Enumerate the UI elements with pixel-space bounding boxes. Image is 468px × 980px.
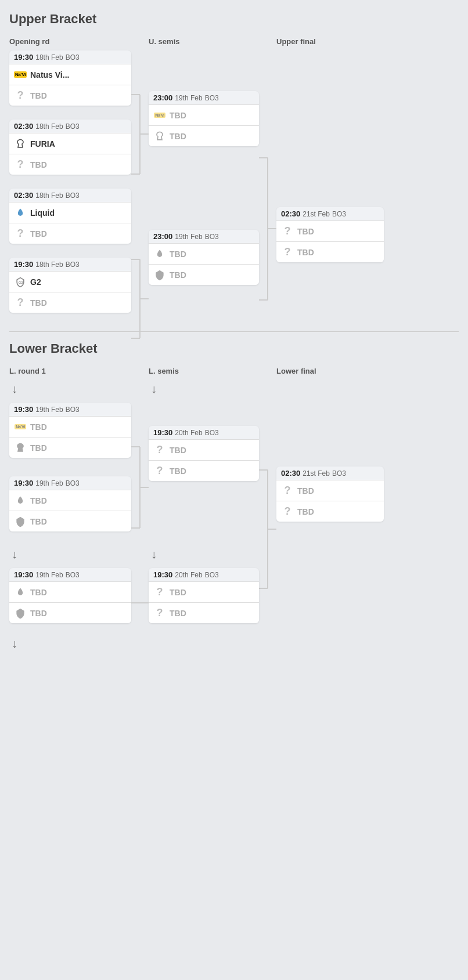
team-row-g2: G2 G2	[9, 271, 131, 292]
col-lower-final: 02:30 21st Feb BO3 ? TBD ? TBD	[276, 467, 384, 522]
ls2-header: 19:30 20th Feb BO3	[149, 568, 259, 581]
semi-date-1: 19th Feb	[175, 94, 202, 102]
tbd-logo-1: ?	[14, 89, 27, 102]
lower-r1-match-2: 19:30 19th Feb BO3 TBD	[9, 476, 131, 531]
final-team1-row: ? TBD	[276, 220, 384, 241]
final-team1-name: TBD	[297, 227, 314, 236]
tbd-name-3: TBD	[30, 229, 47, 238]
ls1-time: 19:30	[153, 428, 172, 437]
ls2-team2-name: TBD	[170, 609, 186, 618]
furia-team-name: FURIA	[30, 139, 55, 149]
header-l-semis: L. semis	[149, 367, 259, 375]
lf-team1-logo: ?	[281, 484, 294, 497]
match-date-4: 18th Feb	[35, 261, 63, 269]
match-time-2: 02:30	[14, 122, 33, 131]
upper-opening-match-2: 02:30 18th Feb BO3 FURIA ?	[9, 120, 131, 175]
liquid-team-name: Liquid	[30, 208, 55, 218]
semi-time-2: 23:00	[153, 232, 172, 241]
lr1-format-3: BO3	[66, 571, 80, 579]
final-team2-row: ? TBD	[276, 241, 384, 262]
lower-final-match: 02:30 21st Feb BO3 ? TBD ? TBD	[276, 467, 384, 522]
lower-connectors-svg-3	[131, 568, 149, 684]
lr1-team2-logo-2	[14, 515, 27, 528]
lr1-header-3: 19:30 19th Feb BO3	[9, 568, 131, 581]
lr1-date-2: 19th Feb	[35, 479, 63, 487]
semi1-team2-row: TBD	[149, 125, 259, 146]
semi1-team1-row: Na`Vi TBD	[149, 104, 259, 125]
arrow-down-l2: ↓	[149, 380, 259, 398]
lower-bracket-title: Lower Bracket	[9, 341, 459, 356]
match-time-4: 19:30	[14, 260, 33, 269]
ls1-team1-name: TBD	[170, 446, 186, 455]
final-date: 21st Feb	[303, 210, 330, 218]
ls1-team1-logo: ?	[153, 444, 166, 457]
lower-r1-match-1: 19:30 19th Feb BO3 Na`Vi TBD	[9, 403, 131, 458]
lf-team1-name: TBD	[297, 486, 314, 496]
lr1-header-1: 19:30 19th Feb BO3	[9, 403, 131, 416]
match-header-3: 02:30 18th Feb BO3	[9, 189, 131, 202]
lf-team2-logo: ?	[281, 505, 294, 518]
upper-semi-match-2: 23:00 19th Feb BO3 TBD	[149, 230, 259, 285]
lr1-format-2: BO3	[66, 479, 80, 487]
team-row-tbd-1: ? TBD	[9, 85, 131, 106]
semi1-team1-logo: Na`Vi	[153, 109, 166, 122]
lr1-team1-name-3: TBD	[30, 588, 47, 597]
match-format-1: BO3	[66, 53, 80, 62]
ls2-team2-row: ? TBD	[149, 602, 259, 623]
col-u-semis: 23:00 19th Feb BO3 Na`Vi TBD	[149, 91, 259, 285]
lower-semi-match-2: 19:30 20th Feb BO3 ? TBD ? TBD	[149, 568, 259, 623]
match-header-1: 19:30 18th Feb BO3	[9, 50, 131, 64]
semi2-team2-logo	[153, 269, 166, 281]
ls2-date: 20th Feb	[175, 571, 202, 579]
final-format: BO3	[332, 210, 346, 218]
navi-logo-text: Na`Vi	[14, 71, 27, 78]
ls2-team1-logo: ?	[153, 586, 166, 599]
lower-bracket-headers: L. round 1 L. semis Lower final	[9, 367, 459, 375]
match-date-1: 18th Feb	[35, 53, 63, 62]
semi-format-1: BO3	[205, 94, 219, 102]
semi1-team2-name: TBD	[170, 132, 186, 141]
ls1-team2-logo: ?	[153, 465, 166, 478]
semi2-team1-row: TBD	[149, 243, 259, 264]
lr1-team2-row-3: TBD	[9, 602, 131, 623]
lr1-format-1: BO3	[66, 406, 80, 414]
lr1-team2-row-1: TBD	[9, 437, 131, 458]
semi-date-2: 19th Feb	[175, 233, 202, 241]
lr1-team1-name-1: TBD	[30, 422, 47, 432]
lr1-team1-row-2: TBD	[9, 490, 131, 511]
ls1-team1-row: ? TBD	[149, 439, 259, 460]
lower-gap-1	[9, 458, 131, 476]
team-row-tbd-2: ? TBD	[9, 154, 131, 175]
tbd-logo-3: ?	[14, 227, 27, 240]
ls2-team1-name: TBD	[170, 588, 186, 597]
upper-bracket-headers: Opening rd U. semis Upper final	[9, 37, 459, 46]
lf-date: 21st Feb	[303, 469, 330, 478]
lf-team2-row: ? TBD	[276, 501, 384, 522]
match-header-4: 19:30 18th Feb BO3	[9, 258, 131, 271]
final-time: 02:30	[281, 209, 300, 218]
upper-opening-match-3: 02:30 18th Feb BO3 Liquid ?	[9, 189, 131, 244]
col-l-semis: 19:30 20th Feb BO3 ? TBD ? TBD	[149, 426, 259, 481]
lr1-header-2: 19:30 19th Feb BO3	[9, 476, 131, 490]
semi-format-2: BO3	[205, 233, 219, 241]
ls1-date: 20th Feb	[175, 429, 202, 437]
ls2-team2-logo: ?	[153, 607, 166, 620]
navi-logo-icon: Na`Vi	[14, 68, 27, 81]
match-date-3: 18th Feb	[35, 191, 63, 200]
lr1-time-3: 19:30	[14, 570, 33, 579]
final-team2-logo: ?	[281, 246, 294, 259]
lr1-team1-name-2: TBD	[30, 496, 47, 505]
team-row-tbd-4: ? TBD	[9, 292, 131, 313]
final-team2-name: TBD	[297, 248, 314, 257]
lr1-team2-row-2: TBD	[9, 511, 131, 531]
upper-opening-match-1: 19:30 18th Feb BO3 Na`Vi Natus Vi... ? T…	[9, 50, 131, 106]
match-header-2: 02:30 18th Feb BO3	[9, 120, 131, 133]
lr1-team1-logo-3	[14, 586, 27, 599]
ls1-team2-row: ? TBD	[149, 460, 259, 481]
lr1-team2-logo-1	[14, 442, 27, 454]
ls1-header: 19:30 20th Feb BO3	[149, 426, 259, 439]
ls1-team2-name: TBD	[170, 467, 186, 476]
header-opening-rd: Opening rd	[9, 37, 131, 46]
team-row-furia: FURIA	[9, 133, 131, 154]
furia-logo-icon	[14, 138, 27, 150]
